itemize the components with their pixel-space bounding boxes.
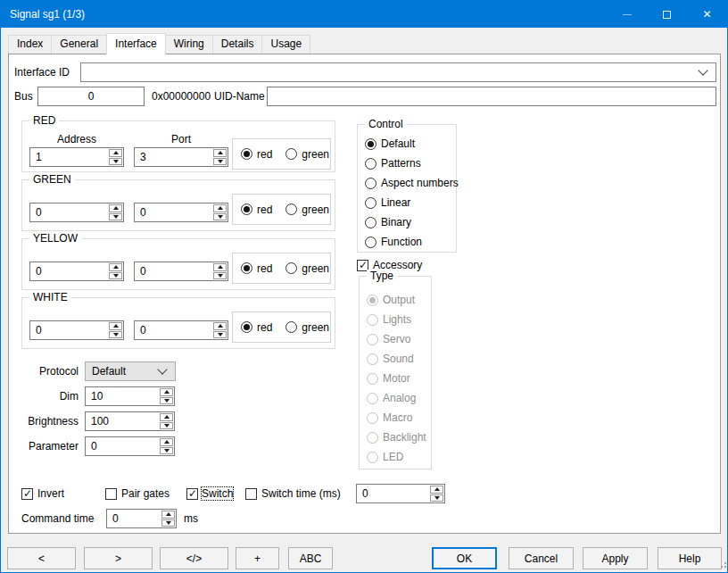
yellow-group: YELLOW red green	[21, 238, 335, 290]
control-radio-patterns[interactable]: Patterns	[365, 156, 421, 170]
spin-up-button[interactable]	[160, 438, 173, 446]
yellow-port-input[interactable]	[135, 262, 212, 280]
spin-down-button[interactable]	[213, 331, 227, 339]
protocol-combobox[interactable]: Default	[85, 361, 176, 381]
tab-details[interactable]: Details	[212, 35, 263, 54]
spin-up-button[interactable]	[160, 388, 173, 396]
spin-down-button[interactable]	[213, 158, 227, 166]
spin-up-button[interactable]	[109, 149, 122, 157]
switch-time-input[interactable]	[357, 485, 429, 502]
tab-usage[interactable]: Usage	[261, 35, 310, 54]
ok-button[interactable]: OK	[432, 547, 497, 569]
control-radio-default[interactable]: Default	[365, 137, 415, 151]
spin-down-button[interactable]	[109, 158, 122, 166]
brightness-input[interactable]	[86, 412, 159, 430]
spin-up-button[interactable]	[213, 149, 227, 157]
red-address-input[interactable]	[30, 148, 108, 166]
white-radio-red[interactable]: red	[241, 320, 272, 335]
switch-checkbox[interactable]: Switch	[186, 486, 233, 501]
control-radio-linear[interactable]: Linear	[365, 195, 410, 210]
apply-button[interactable]: Apply	[583, 547, 648, 569]
white-radio-green[interactable]: green	[285, 320, 329, 335]
tab-interface[interactable]: Interface	[106, 33, 166, 54]
brightness-spinbox	[85, 411, 175, 431]
tab-index[interactable]: Index	[8, 35, 52, 54]
spin-down-button[interactable]	[160, 447, 173, 455]
green-radio-red[interactable]: red	[241, 203, 272, 217]
pair-gates-checkbox[interactable]: Pair gates	[105, 486, 170, 501]
spin-down-button[interactable]	[160, 397, 173, 405]
control-group: Control Default Patterns Aspect numbers …	[357, 124, 457, 253]
spin-up-icon	[218, 151, 223, 154]
red-radio-red[interactable]: red	[241, 147, 272, 162]
invert-checkbox[interactable]: Invert	[21, 486, 64, 501]
yellow-radio-green[interactable]: green	[285, 262, 329, 276]
control-radio-function[interactable]: Function	[365, 235, 422, 249]
spin-down-button[interactable]	[109, 272, 122, 280]
yellow-radio-red[interactable]: red	[241, 262, 272, 276]
bus-input[interactable]	[38, 87, 144, 105]
address-column-label: Address	[29, 132, 124, 146]
uid-name-input[interactable]	[268, 87, 716, 105]
prev-button[interactable]: <	[7, 547, 76, 569]
next-button[interactable]: >	[84, 547, 153, 569]
control-radio-aspect-numbers[interactable]: Aspect numbers	[365, 176, 459, 190]
red-radio-green[interactable]: green	[285, 147, 329, 162]
yellow-address-input[interactable]	[30, 262, 108, 280]
tab-general[interactable]: General	[51, 35, 107, 54]
spin-down-button[interactable]	[160, 422, 173, 430]
switch-time-checkbox[interactable]: Switch time (ms)	[245, 486, 341, 501]
spin-down-button[interactable]	[213, 272, 227, 280]
spin-down-button[interactable]	[430, 494, 443, 502]
type-radio-analog: Analog	[367, 391, 416, 405]
spin-up-button[interactable]	[109, 322, 122, 330]
green-group: GREEN red green	[21, 179, 335, 231]
cancel-button[interactable]: Cancel	[509, 547, 574, 569]
minimize-button[interactable]	[607, 1, 647, 28]
bus-hex-label: 0x00000000	[152, 89, 211, 104]
spin-up-button[interactable]	[160, 413, 173, 421]
radio-label: red	[257, 148, 272, 161]
interface-id-combobox[interactable]	[80, 62, 716, 82]
resize-grip[interactable]	[721, 566, 723, 568]
spin-down-icon	[218, 215, 223, 219]
close-button[interactable]: ✕	[687, 1, 727, 28]
white-port-input[interactable]	[135, 321, 212, 339]
xml-button[interactable]: </>	[160, 547, 228, 569]
type-radio-output: Output	[367, 293, 415, 307]
close-icon: ✕	[702, 9, 711, 20]
spin-up-button[interactable]	[109, 204, 122, 212]
control-radio-binary[interactable]: Binary	[365, 215, 411, 229]
parameter-input[interactable]	[86, 437, 159, 455]
spin-down-button[interactable]	[161, 519, 175, 527]
spin-down-button[interactable]	[213, 213, 227, 221]
switch-time-spinbox	[356, 484, 445, 503]
spin-up-button[interactable]	[430, 486, 443, 494]
green-radio-green[interactable]: green	[285, 203, 329, 217]
radio-icon	[241, 148, 252, 160]
radio-label: Patterns	[381, 157, 421, 170]
spin-down-button[interactable]	[109, 213, 122, 221]
red-group: RED Address Port red green	[21, 120, 335, 172]
radio-label: Macro	[383, 411, 412, 424]
maximize-button[interactable]	[647, 1, 687, 28]
add-button[interactable]: +	[236, 547, 279, 569]
green-port-input[interactable]	[135, 203, 212, 221]
command-time-input[interactable]	[107, 510, 161, 527]
type-radio-sound: Sound	[367, 352, 414, 366]
spin-down-icon	[164, 399, 170, 403]
spin-down-button[interactable]	[109, 331, 122, 339]
spin-up-button[interactable]	[109, 263, 122, 271]
spin-up-button[interactable]	[213, 322, 227, 330]
tab-wiring[interactable]: Wiring	[165, 35, 213, 54]
dim-input[interactable]	[86, 387, 159, 405]
help-button[interactable]: Help	[658, 547, 722, 569]
spin-up-button[interactable]	[213, 263, 227, 271]
abc-button[interactable]: ABC	[288, 547, 333, 569]
green-address-input[interactable]	[30, 203, 108, 221]
white-address-input[interactable]	[30, 321, 108, 339]
radio-label: Sound	[383, 353, 414, 365]
red-port-input[interactable]	[135, 148, 212, 166]
spin-up-button[interactable]	[161, 511, 175, 519]
spin-up-button[interactable]	[213, 204, 227, 212]
